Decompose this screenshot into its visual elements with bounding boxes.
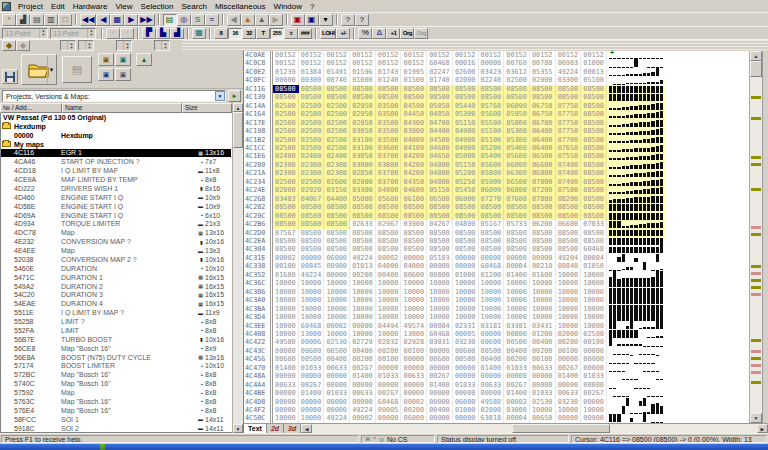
hex-cell[interactable]: 08500 bbox=[376, 229, 402, 237]
hex-cell[interactable]: 02500 bbox=[299, 144, 325, 152]
hex-cell[interactable]: 03230 bbox=[556, 398, 582, 406]
hex-cell[interactable]: 60468 bbox=[427, 330, 453, 338]
hex-cell[interactable]: 10000 bbox=[581, 305, 607, 313]
map-row[interactable]: 5511EI Q LIMIT BY MAP ?▬11x9 bbox=[1, 308, 231, 317]
hex-cell[interactable]: 08500 bbox=[479, 245, 505, 253]
hex-cell[interactable]: 08500 bbox=[581, 237, 607, 245]
hex-cell[interactable]: 00000 bbox=[504, 372, 530, 380]
hex-cell[interactable]: 00152 bbox=[530, 51, 556, 59]
hex-cell[interactable]: 02920 bbox=[299, 186, 325, 194]
hex-cell[interactable]: 10000 bbox=[581, 288, 607, 296]
hex-cell[interactable]: 08500 bbox=[581, 127, 607, 135]
hex-cell[interactable]: 02832 bbox=[376, 338, 402, 346]
hex-cell[interactable]: 08500 bbox=[299, 245, 325, 253]
hex-cell[interactable]: 00900 bbox=[581, 414, 607, 422]
hex-cell[interactable]: 02500 bbox=[324, 119, 350, 127]
hex-vscrollbar[interactable]: ▲ ▼ bbox=[749, 51, 762, 423]
hex-cell[interactable]: 05733 bbox=[504, 220, 530, 228]
menu-search[interactable]: Search bbox=[178, 1, 211, 12]
map-row[interactable]: 56E8ABOOST (N75) DUTY CYCLE▦13x16 bbox=[1, 353, 231, 362]
hex-cell[interactable]: 00200 bbox=[556, 338, 582, 346]
hex-cell[interactable]: 10000 bbox=[530, 406, 556, 414]
menu-selection[interactable]: Selection bbox=[137, 1, 178, 12]
tab-2d[interactable]: 2d bbox=[267, 424, 284, 433]
hex-cell[interactable]: 00840 bbox=[556, 262, 582, 270]
hex-cell[interactable]: 03500 bbox=[376, 119, 402, 127]
hex-cell-cursor[interactable]: 08500 bbox=[273, 85, 299, 93]
hex-cell[interactable]: 10000 bbox=[350, 288, 376, 296]
hex-cell[interactable]: 60468 bbox=[376, 398, 402, 406]
map-row[interactable]: 4D934TORQUE LIMITER▬21x3 bbox=[1, 220, 231, 229]
hex-cell[interactable]: 08500 bbox=[530, 212, 556, 220]
hex-cell[interactable]: 10000 bbox=[530, 313, 556, 321]
hex-cell[interactable]: 10000 bbox=[324, 296, 350, 304]
hex-cell[interactable]: 49224 bbox=[324, 414, 350, 422]
hex-cell[interactable]: 00152 bbox=[299, 59, 325, 67]
hex-cell[interactable]: 05600 bbox=[376, 195, 402, 203]
column-header-name[interactable]: Name bbox=[62, 103, 182, 113]
hex-cell[interactable]: 10000 bbox=[401, 313, 427, 321]
hex-cell[interactable]: 10000 bbox=[479, 296, 505, 304]
hex-cell[interactable]: 00000 bbox=[556, 381, 582, 389]
hex-cell[interactable]: 05440 bbox=[453, 102, 479, 110]
hex-cell[interactable]: 03300 bbox=[350, 186, 376, 194]
hex-cell[interactable]: 10000 bbox=[504, 279, 530, 287]
hex-cell[interactable]: 00000 bbox=[556, 355, 582, 363]
hex-cell[interactable]: 00500 bbox=[324, 347, 350, 355]
hex-cell[interactable]: 08500 bbox=[273, 220, 299, 228]
map-row[interactable]: 54EAEDURATION 4▦16x15 bbox=[1, 299, 231, 308]
hex-cell[interactable]: 00000 bbox=[401, 254, 427, 262]
hex-cell[interactable]: 07750 bbox=[556, 119, 582, 127]
hex-cell[interactable]: 08500 bbox=[453, 85, 479, 93]
view-hex-button[interactable]: ### bbox=[298, 28, 312, 39]
map-row[interactable]: 5763CMap "Bosch 16"▪8x8 bbox=[1, 397, 231, 406]
version-list-button[interactable]: ▦ bbox=[110, 14, 124, 26]
hex-cell[interactable]: 00500 bbox=[453, 355, 479, 363]
hex-cell[interactable]: 04300 bbox=[401, 119, 427, 127]
hex-cell[interactable]: 07500 bbox=[556, 186, 582, 194]
hex-cell[interactable]: 02530 bbox=[324, 338, 350, 346]
hex-cell[interactable]: 00633 bbox=[556, 389, 582, 397]
hex-cell[interactable]: 00005 bbox=[376, 406, 402, 414]
compare-button[interactable]: ≈ bbox=[205, 14, 219, 26]
hex-cell[interactable]: 06000 bbox=[324, 254, 350, 262]
hex-cell[interactable]: 04400 bbox=[324, 195, 350, 203]
hex-cell[interactable]: 00600 bbox=[401, 271, 427, 279]
open-project-button[interactable]: ▼ bbox=[21, 54, 57, 85]
project-properties-button[interactable]: ▥ bbox=[44, 14, 58, 26]
hex-cell[interactable]: 02300 bbox=[324, 161, 350, 169]
hex-cell[interactable]: 08500 bbox=[401, 237, 427, 245]
hex-cell[interactable]: 08500 bbox=[453, 229, 479, 237]
pane-splitter-icon[interactable]: + bbox=[610, 51, 614, 56]
hex-cell[interactable]: 10000 bbox=[504, 288, 530, 296]
hex-cell[interactable]: 63818 bbox=[479, 414, 505, 422]
hex-cell[interactable]: 08500 bbox=[401, 212, 427, 220]
hex-cell[interactable]: 08500 bbox=[273, 212, 299, 220]
hex-cell[interactable]: 10000 bbox=[479, 305, 505, 313]
print-button[interactable]: ▤ bbox=[30, 14, 44, 26]
hex-cell[interactable]: 01033 bbox=[299, 364, 325, 372]
hex-cell[interactable]: 02928 bbox=[401, 338, 427, 346]
hex-cell[interactable]: 49224 bbox=[556, 68, 582, 76]
hex-cell[interactable]: 08500 bbox=[299, 85, 325, 93]
hex-cell[interactable]: 02729 bbox=[350, 338, 376, 346]
hex-cell[interactable]: 02500 bbox=[299, 102, 325, 110]
hex-cell[interactable]: 49580 bbox=[479, 398, 505, 406]
hex-cell[interactable]: 04800 bbox=[427, 169, 453, 177]
hex-cell[interactable]: 00600 bbox=[273, 355, 299, 363]
hex-cell[interactable]: 10000 bbox=[299, 305, 325, 313]
goto-address-button[interactable]: ▲ bbox=[241, 14, 255, 26]
hex-cell[interactable]: 00000 bbox=[453, 262, 479, 270]
hex-cell[interactable]: 03300 bbox=[556, 76, 582, 84]
menu-hardware[interactable]: Hardware bbox=[69, 1, 112, 12]
hex-cell[interactable]: 08500 bbox=[324, 245, 350, 253]
hex-cell[interactable]: 02240 bbox=[479, 76, 505, 84]
show-original-button[interactable]: Org bbox=[400, 28, 414, 39]
hex-cell[interactable]: 08500 bbox=[376, 93, 402, 101]
hex-cell[interactable]: 08500 bbox=[581, 152, 607, 160]
hex-cell[interactable]: 08500 bbox=[453, 245, 479, 253]
hex-cell[interactable]: 08500 bbox=[530, 237, 556, 245]
hex-cell[interactable]: 00013 bbox=[581, 68, 607, 76]
hex-cell[interactable]: 00004 bbox=[427, 322, 453, 330]
hex-cell[interactable]: 00000 bbox=[350, 322, 376, 330]
